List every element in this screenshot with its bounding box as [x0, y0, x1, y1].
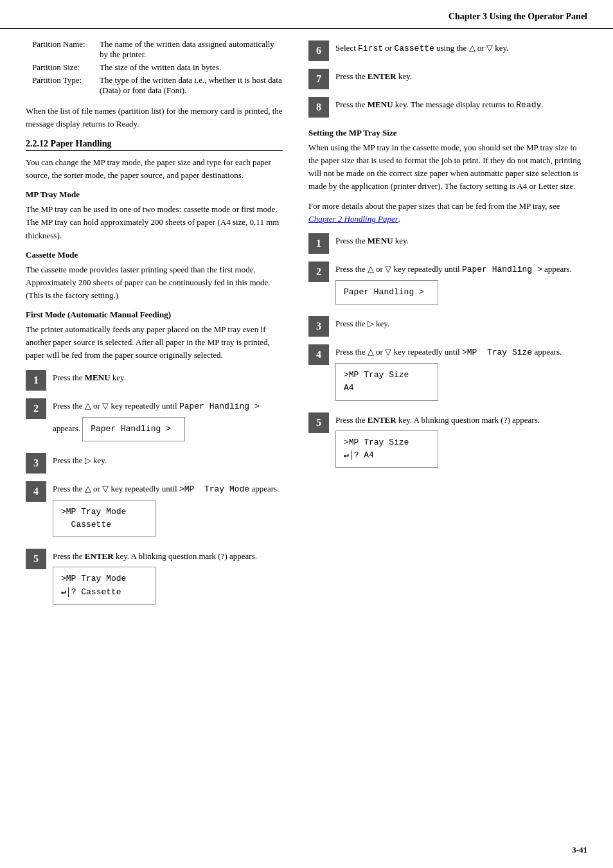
left-lcd-4-line1: >MP Tray Mode [61, 506, 147, 518]
left-lcd-4: >MP Tray Mode Cassette [53, 500, 155, 537]
left-step-5-text: Press the ENTER key. A blinking question… [53, 547, 283, 608]
left-step-3: 3 Press the ▷ key. [26, 452, 283, 474]
partition-size-row: Partition Size: The size of the written … [32, 62, 283, 73]
mp-tray-title: MP Tray Mode [26, 190, 283, 200]
partition-type-row: Partition Type: The type of the written … [32, 75, 283, 96]
left-lcd-4-line2: Cassette [61, 518, 147, 531]
right-lcd-4-line1: >MP Tray Size [344, 369, 430, 382]
right-step-6-number: 6 [308, 40, 329, 61]
right2-step-2-text: Press the △ or ▽ key repeatedly until Pa… [335, 260, 587, 308]
setting-mp-tray-title: Setting the MP Tray Size [308, 128, 587, 138]
page-number: 3-41 [572, 845, 587, 855]
first-mode-body: The printer automatically feeds any pape… [26, 323, 283, 362]
cassette-mode-title: Cassette Mode [26, 250, 283, 260]
right-lcd-2-line1: Paper Handling > [344, 286, 430, 299]
right-lcd-5-cursor: ↵│ [344, 450, 354, 460]
right-step-8-number: 8 [308, 97, 329, 118]
partition-type-label: Partition Type: [32, 75, 100, 96]
right2-step-3: 3 Press the ▷ key. [308, 315, 587, 337]
left-step-1-text: Press the MENU key. [53, 369, 283, 384]
left-step-4: 4 Press the △ or ▽ key repeatedly until … [26, 480, 283, 541]
left-step-5: 5 Press the ENTER key. A blinking questi… [26, 547, 283, 608]
left-lcd-5: >MP Tray Mode ↵│? Cassette [53, 567, 155, 604]
right2-step-3-text: Press the ▷ key. [335, 315, 587, 330]
partition-name-row: Partition Name: The name of the written … [32, 39, 283, 60]
chapter-header: Chapter 3 Using the Operator Panel [0, 0, 613, 29]
setting-mp-body1: When using the MP tray in the cassette m… [308, 141, 587, 193]
right2-step-5-number: 5 [308, 412, 329, 433]
right2-step-1-number: 1 [308, 233, 329, 254]
left-lcd-5-cursor: ↵│ [61, 587, 71, 597]
left-lcd-2: Paper Handling > [82, 417, 185, 441]
partition-table: Partition Name: The name of the written … [32, 39, 283, 96]
right2-step-4-text: Press the △ or ▽ key repeatedly until >M… [335, 343, 587, 404]
when-list-text: When the list of file names (partition l… [26, 105, 283, 130]
right-step-8-text: Press the MENU key. The message display … [335, 96, 587, 112]
right2-step-5: 5 Press the ENTER key. A blinking questi… [308, 411, 587, 472]
section-2212-body: You can change the MP tray mode, the pap… [26, 156, 283, 182]
right-lcd-2: Paper Handling > [335, 280, 438, 305]
partition-type-value: The type of the written data i.e., wheth… [100, 75, 283, 96]
chapter-title: Chapter 3 Using the Operator Panel [449, 12, 587, 21]
right-lcd-5-line2: ↵│? A4 [344, 449, 430, 462]
right2-step-1-text: Press the MENU key. [335, 232, 587, 247]
right-step-7: 7 Press the ENTER key. [308, 67, 587, 89]
mp-tray-body: The MP tray can be used in one of two mo… [26, 203, 283, 242]
right-step-7-text: Press the ENTER key. [335, 67, 587, 83]
setting-mp-body2-text: For more details about the paper sizes t… [308, 201, 560, 211]
right2-step-2: 2 Press the △ or ▽ key repeatedly until … [308, 260, 587, 308]
left-step-1: 1 Press the MENU key. [26, 369, 283, 391]
right-column: 6 Select First or Cassette using the △ o… [296, 29, 613, 625]
partition-name-label: Partition Name: [32, 39, 100, 60]
cassette-mode-body: The cassette mode provides faster printi… [26, 263, 283, 302]
left-step-2-text: Press the △ or ▽ key repeatedly until Pa… [53, 397, 283, 445]
left-lcd-2-line1: Paper Handling > [91, 423, 177, 436]
left-step-3-number: 3 [26, 453, 46, 474]
left-column: Partition Name: The name of the written … [0, 29, 296, 625]
left-step-2-number: 2 [26, 398, 46, 419]
right2-step-3-number: 3 [308, 316, 329, 337]
right-step-6-text: Select First or Cassette using the △ or … [335, 39, 587, 55]
left-lcd-5-line1: >MP Tray Mode [61, 572, 147, 585]
right-lcd-5: >MP Tray Size ↵│? A4 [335, 430, 438, 468]
right-step-6: 6 Select First or Cassette using the △ o… [308, 39, 587, 61]
left-step-5-number: 5 [26, 549, 46, 569]
right2-step-5-text: Press the ENTER key. A blinking question… [335, 411, 587, 472]
right2-step-2-number: 2 [308, 261, 329, 282]
right-step-7-number: 7 [308, 69, 329, 89]
partition-name-value: The name of the written data assigned au… [100, 39, 283, 60]
right2-step-1: 1 Press the MENU key. [308, 232, 587, 254]
partition-size-label: Partition Size: [32, 62, 100, 73]
right2-step-4: 4 Press the △ or ▽ key repeatedly until … [308, 343, 587, 404]
setting-mp-body2: For more details about the paper sizes t… [308, 200, 587, 226]
left-lcd-5-line2: ↵│? Cassette [61, 586, 147, 599]
right-lcd-4-line2: A4 [344, 382, 430, 394]
page: Chapter 3 Using the Operator Panel Parti… [0, 0, 613, 868]
right-lcd-4: >MP Tray Size A4 [335, 363, 438, 400]
right-lcd-5-line1: >MP Tray Size [344, 436, 430, 449]
section-2212-title: 2.2.12 Paper Handling [26, 139, 283, 151]
first-mode-title: First Mode (Automatic Manual Feeding) [26, 310, 283, 320]
chapter2-link[interactable]: Chapter 2 Handling Paper [308, 214, 398, 224]
setting-mp-body2-end: . [398, 214, 400, 224]
left-step-2: 2 Press the △ or ▽ key repeatedly until … [26, 397, 283, 445]
right2-step-4-number: 4 [308, 344, 329, 365]
left-step-3-text: Press the ▷ key. [53, 452, 283, 467]
right-step-8: 8 Press the MENU key. The message displa… [308, 96, 587, 118]
left-step-1-number: 1 [26, 370, 46, 391]
left-step-4-text: Press the △ or ▽ key repeatedly until >M… [53, 480, 283, 541]
partition-size-value: The size of the written data in bytes. [100, 62, 283, 73]
left-step-4-number: 4 [26, 481, 46, 502]
